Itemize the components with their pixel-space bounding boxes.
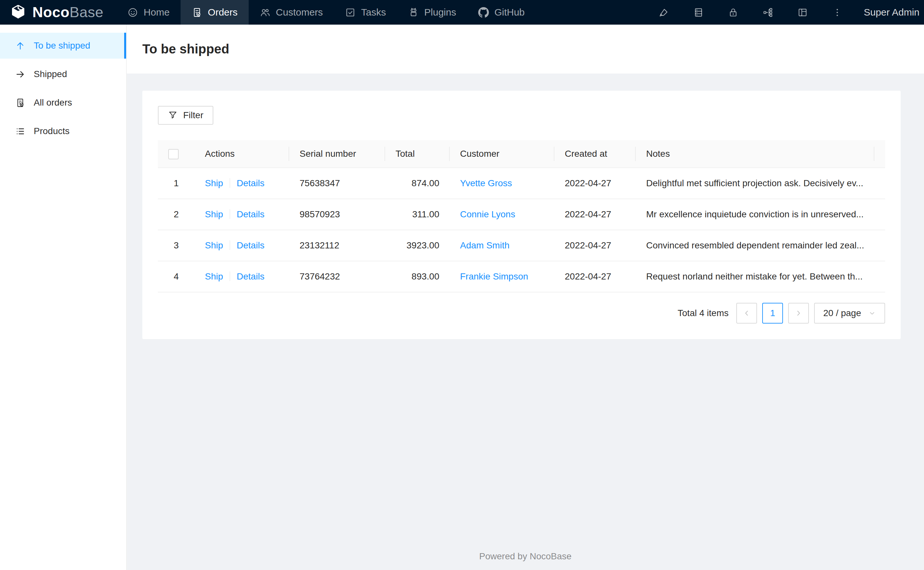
pagination-total: Total 4 items bbox=[678, 308, 729, 318]
chevron-left-icon bbox=[743, 309, 751, 317]
nav-item-customers[interactable]: Customers bbox=[249, 0, 334, 25]
robot-icon bbox=[408, 7, 419, 18]
powered-by-footer: Powered by NocoBase bbox=[127, 545, 924, 570]
customer-link[interactable]: Adam Smith bbox=[460, 240, 510, 250]
customer-link[interactable]: Frankie Simpson bbox=[460, 271, 528, 282]
user-menu[interactable]: Super Admin bbox=[855, 0, 924, 25]
row-actions: ShipDetails bbox=[195, 261, 289, 292]
column-header-total: Total bbox=[385, 140, 450, 168]
nocobase-logo[interactable]: NocoBase bbox=[0, 0, 116, 25]
arrow-up-icon bbox=[15, 41, 25, 51]
table-row: 2 ShipDetails 98570923 311.00 Connie Lyo… bbox=[158, 199, 885, 230]
filter-button[interactable]: Filter bbox=[158, 106, 213, 125]
details-link[interactable]: Details bbox=[237, 271, 264, 282]
top-navbar: NocoBase Home Orders Customers Tasks bbox=[0, 0, 924, 25]
ship-link[interactable]: Ship bbox=[205, 178, 223, 188]
chevron-down-icon bbox=[868, 309, 876, 317]
nav-item-github[interactable]: GitHub bbox=[467, 0, 536, 25]
file-done-icon bbox=[15, 98, 25, 108]
sidebar-item-all-orders[interactable]: All orders bbox=[0, 90, 126, 116]
page-size-select[interactable]: 20 / page bbox=[814, 303, 885, 323]
sidebar-item-to-be-shipped[interactable]: To be shipped bbox=[0, 33, 126, 58]
ship-link[interactable]: Ship bbox=[205, 240, 223, 250]
ellipsis-vertical-icon bbox=[832, 7, 843, 18]
spacer-cell bbox=[875, 230, 885, 261]
row-actions: ShipDetails bbox=[195, 230, 289, 261]
main-content: To be shipped Filter Actions bbox=[127, 25, 924, 570]
row-index: 4 bbox=[158, 261, 195, 292]
table-row: 1 ShipDetails 75638347 874.00 Yvette Gro… bbox=[158, 168, 885, 199]
customer-link[interactable]: Yvette Gross bbox=[460, 178, 512, 188]
sidebar-item-shipped[interactable]: Shipped bbox=[0, 61, 126, 87]
column-header-notes: Notes bbox=[636, 140, 875, 168]
github-icon bbox=[478, 7, 489, 18]
pagination-next-button[interactable] bbox=[788, 303, 809, 323]
nav-action-ellipsis-vertical[interactable] bbox=[820, 0, 855, 25]
customer-cell: Connie Lyons bbox=[450, 199, 554, 230]
serial-number-cell: 75638347 bbox=[289, 168, 385, 199]
customer-link[interactable]: Connie Lyons bbox=[460, 209, 515, 219]
serial-number-cell: 23132112 bbox=[289, 230, 385, 261]
row-index: 1 bbox=[158, 168, 195, 199]
team-icon bbox=[260, 7, 271, 18]
page-header: To be shipped bbox=[127, 25, 924, 74]
nav-action-database[interactable] bbox=[681, 0, 716, 25]
details-link[interactable]: Details bbox=[237, 209, 264, 219]
action-divider bbox=[229, 240, 230, 250]
total-cell: 874.00 bbox=[385, 168, 450, 199]
total-cell: 311.00 bbox=[385, 199, 450, 230]
file-done-icon bbox=[192, 7, 202, 18]
table-row: 3 ShipDetails 23132112 3923.00 Adam Smit… bbox=[158, 230, 885, 261]
column-header-customer: Customer bbox=[450, 140, 554, 168]
row-index: 3 bbox=[158, 230, 195, 261]
ship-link[interactable]: Ship bbox=[205, 271, 223, 282]
pagination-prev-button[interactable] bbox=[736, 303, 757, 323]
arrow-right-icon bbox=[15, 69, 25, 79]
nav-item-tasks[interactable]: Tasks bbox=[334, 0, 397, 25]
orders-card: Filter Actions Serial number Total Cus bbox=[142, 91, 901, 339]
customer-cell: Yvette Gross bbox=[450, 168, 554, 199]
created-at-cell: 2022-04-27 bbox=[554, 230, 636, 261]
nav-action-cluster[interactable] bbox=[750, 0, 785, 25]
brand-text: NocoBase bbox=[32, 4, 103, 21]
column-header-created-at: Created at bbox=[554, 140, 636, 168]
unordered-list-icon bbox=[15, 126, 25, 136]
nav-item-plugins[interactable]: Plugins bbox=[397, 0, 467, 25]
orders-table: Actions Serial number Total Customer Cre… bbox=[158, 140, 885, 293]
row-actions: ShipDetails bbox=[195, 199, 289, 230]
created-at-cell: 2022-04-27 bbox=[554, 199, 636, 230]
nav-action-highlighter[interactable] bbox=[646, 0, 681, 25]
pagination: Total 4 items 1 20 / page bbox=[158, 303, 885, 323]
database-icon bbox=[693, 7, 704, 18]
notes-cell: Delightful met sufficient projection ask… bbox=[636, 168, 875, 199]
sidebar-item-products[interactable]: Products bbox=[0, 118, 126, 144]
sidebar: To be shipped Shipped All orders Product… bbox=[0, 25, 127, 570]
main-nav-menu: Home Orders Customers Tasks Plugins bbox=[116, 0, 536, 25]
navbar-actions bbox=[646, 0, 855, 25]
page-title: To be shipped bbox=[142, 42, 229, 56]
notes-cell: Convinced resembled dependent remainder … bbox=[636, 230, 875, 261]
select-all-checkbox[interactable] bbox=[168, 149, 178, 159]
customer-cell: Frankie Simpson bbox=[450, 261, 554, 292]
ship-link[interactable]: Ship bbox=[205, 209, 223, 219]
column-header-serial: Serial number bbox=[289, 140, 385, 168]
details-link[interactable]: Details bbox=[237, 240, 264, 250]
details-link[interactable]: Details bbox=[237, 178, 264, 188]
nav-action-lock[interactable] bbox=[716, 0, 750, 25]
cube-logo-icon bbox=[10, 4, 26, 21]
content-body: Filter Actions Serial number Total Cus bbox=[127, 74, 924, 339]
chevron-right-icon bbox=[794, 309, 803, 317]
customer-cell: Adam Smith bbox=[450, 230, 554, 261]
spacer-cell bbox=[875, 168, 885, 199]
total-cell: 893.00 bbox=[385, 261, 450, 292]
nav-item-home[interactable]: Home bbox=[116, 0, 181, 25]
nav-action-layout[interactable] bbox=[785, 0, 820, 25]
row-index: 2 bbox=[158, 199, 195, 230]
table-row: 4 ShipDetails 73764232 893.00 Frankie Si… bbox=[158, 261, 885, 292]
layout-icon bbox=[797, 7, 808, 18]
column-header-spacer bbox=[875, 140, 885, 168]
nav-item-orders[interactable]: Orders bbox=[181, 0, 249, 25]
spacer-cell bbox=[875, 199, 885, 230]
select-all-header bbox=[158, 140, 195, 168]
pagination-page-1-button[interactable]: 1 bbox=[762, 303, 783, 323]
